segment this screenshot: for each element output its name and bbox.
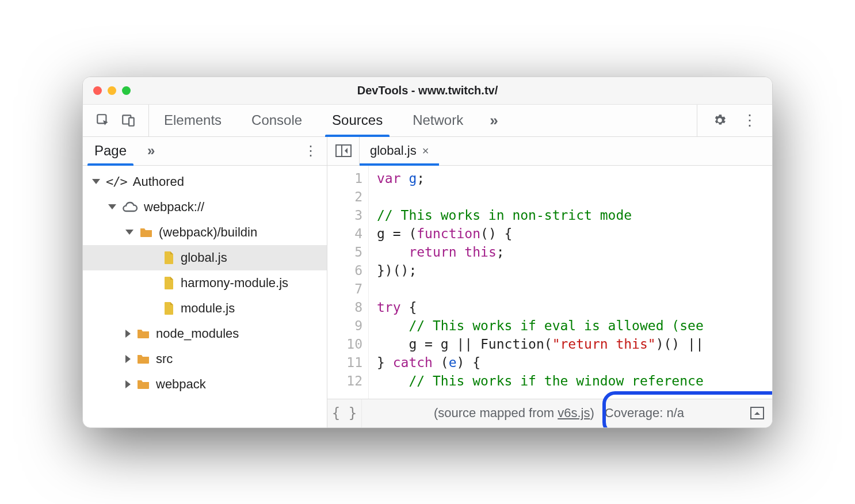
folder-icon — [136, 328, 150, 339]
toolbar-left — [83, 105, 149, 136]
kebab-icon[interactable]: ⋮ — [742, 112, 757, 129]
tab-console[interactable]: Console — [236, 105, 317, 136]
tab-elements[interactable]: Elements — [149, 105, 236, 136]
editor-pane: global.js × 1 2 3 4 5 6 7 8 9 10 11 12 v… — [327, 137, 772, 427]
source-mapped-text: (source mapped from v6s.js) — [428, 403, 600, 423]
tree-label: src — [156, 352, 173, 366]
folder-icon — [139, 227, 153, 238]
tree-label: Authored — [133, 174, 184, 189]
tab-sources[interactable]: Sources — [317, 105, 398, 136]
navigator-kebab-icon[interactable]: ⋮ — [295, 137, 327, 165]
tree-folder-node-modules[interactable]: node_modules — [83, 321, 327, 346]
chevron-right-icon — [125, 355, 131, 363]
folder-icon — [136, 353, 150, 365]
collapse-navigator-icon[interactable] — [327, 137, 360, 165]
file-icon — [163, 276, 175, 290]
file-icon — [163, 301, 175, 315]
chevron-right-icon — [125, 330, 131, 338]
tree-label: (webpack)/buildin — [159, 225, 257, 240]
tree-file-module[interactable]: module.js — [83, 296, 327, 321]
navigator-pane: Page » ⋮ </> Authored — [83, 137, 327, 427]
tree-file-harmony[interactable]: harmony-module.js — [83, 270, 327, 296]
tab-network[interactable]: Network — [398, 105, 478, 136]
file-tree: </> Authored webpack:// — [83, 166, 327, 427]
close-window-button[interactable] — [93, 86, 102, 95]
code-content: var g; // This works in non-strict mode … — [369, 166, 772, 399]
chevron-down-icon — [108, 204, 116, 209]
line-gutter: 1 2 3 4 5 6 7 8 9 10 11 12 — [327, 166, 369, 399]
inspect-element-icon[interactable] — [96, 113, 110, 128]
tree-label: module.js — [181, 301, 235, 316]
svg-rect-3 — [336, 145, 351, 156]
editor-tab-global[interactable]: global.js × — [360, 137, 439, 165]
devtools-window: DevTools - www.twitch.tv/ Elements Conso… — [82, 77, 773, 428]
minimize-window-button[interactable] — [108, 86, 116, 95]
chevron-down-icon — [92, 179, 100, 184]
status-center: (source mapped from v6s.js) Coverage: n/… — [362, 403, 750, 423]
tab-page[interactable]: Page — [83, 137, 138, 165]
tree-file-global[interactable]: global.js — [83, 245, 327, 270]
cloud-icon — [122, 201, 138, 213]
tree-label: harmony-module.js — [181, 276, 288, 291]
coverage-text: Coverage: n/a — [605, 406, 684, 421]
titlebar: DevTools - www.twitch.tv/ — [83, 77, 772, 105]
chevron-right-icon — [125, 380, 131, 388]
traffic-lights — [83, 86, 131, 95]
tree-label: node_modules — [156, 326, 239, 341]
tree-label: webpack — [156, 377, 206, 392]
tree-root-authored[interactable]: </> Authored — [83, 169, 327, 194]
code-area[interactable]: 1 2 3 4 5 6 7 8 9 10 11 12 var g; // Thi… — [327, 166, 772, 399]
navigator-tabs: Page » ⋮ — [83, 137, 327, 166]
folder-icon — [136, 379, 150, 390]
tree-label: global.js — [181, 250, 227, 265]
source-map-link[interactable]: v6s.js — [558, 406, 590, 420]
editor-statusbar: { } (source mapped from v6s.js) Coverage… — [327, 399, 772, 427]
chevron-down-icon — [125, 230, 133, 235]
zoom-window-button[interactable] — [122, 86, 131, 95]
toolbar-right: ⋮ — [697, 105, 772, 136]
main-tabs: Elements Console Sources Network » — [149, 105, 697, 136]
gear-icon[interactable] — [712, 113, 727, 128]
close-icon[interactable]: × — [422, 144, 429, 158]
tree-folder-webpack[interactable]: webpack — [83, 372, 327, 397]
main-tabs-overflow[interactable]: » — [478, 105, 509, 136]
editor-tab-label: global.js — [370, 143, 417, 158]
device-toolbar-icon[interactable] — [121, 113, 136, 128]
main-tabstrip: Elements Console Sources Network » ⋮ — [83, 105, 772, 137]
file-icon — [163, 251, 175, 265]
tree-label: webpack:// — [144, 200, 204, 215]
tree-folder-src[interactable]: src — [83, 346, 327, 372]
pretty-print-icon[interactable]: { } — [327, 399, 362, 427]
panel-body: Page » ⋮ </> Authored — [83, 137, 772, 427]
tree-origin-webpack[interactable]: webpack:// — [83, 194, 327, 220]
editor-tabs: global.js × — [327, 137, 772, 166]
show-drawer-icon[interactable] — [750, 407, 772, 419]
code-icon: </> — [106, 174, 127, 189]
tree-folder-buildin[interactable]: (webpack)/buildin — [83, 220, 327, 245]
navigator-tabs-overflow[interactable]: » — [138, 137, 164, 165]
window-title: DevTools - www.twitch.tv/ — [83, 84, 772, 97]
svg-rect-2 — [129, 118, 134, 126]
